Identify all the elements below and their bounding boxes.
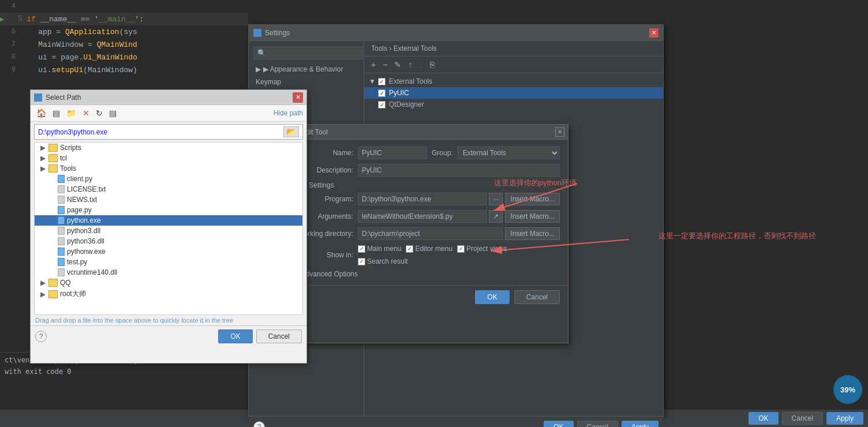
settings-close-button[interactable]: ✕ <box>649 28 659 38</box>
tree-item-test[interactable]: test.py <box>35 257 302 267</box>
arguments-input-group: ↗ Insert Macro... <box>358 210 560 223</box>
pythonw-label: pythonw.exe <box>67 248 106 256</box>
folder-icon <box>48 154 58 162</box>
view-button[interactable]: ▤ <box>50 107 62 119</box>
external-tools-label: External Tools <box>389 77 432 85</box>
settings-apply-button[interactable]: Apply <box>622 421 659 428</box>
description-input[interactable] <box>358 164 560 177</box>
main-menu-option[interactable]: ✓ Main menu <box>358 245 401 253</box>
select-path-help[interactable]: ? <box>35 331 47 342</box>
license-label: LICENSE.txt <box>67 185 106 193</box>
search-result-checkbox[interactable]: ✓ <box>358 258 365 265</box>
tree-item-pythonw[interactable]: pythonw.exe <box>35 246 302 257</box>
pyuic-checkbox[interactable]: ✓ <box>378 89 386 97</box>
qq-label: QQ <box>60 279 71 287</box>
breadcrumb-text: Tools › External Tools <box>371 44 437 53</box>
name-input[interactable] <box>358 147 427 159</box>
bottom-apply-button[interactable]: Apply <box>826 412 863 425</box>
collapse-button[interactable]: ▤ <box>107 107 119 119</box>
description-row: Description: <box>294 164 560 177</box>
tree-item-root[interactable]: ▶ root大师 <box>35 288 302 300</box>
settings-item-appearance[interactable]: ▶ ▶ Appearance & Behavior <box>249 63 364 76</box>
tree-item-python3dll[interactable]: python3.dll <box>35 226 302 236</box>
test-icon <box>58 258 65 266</box>
new-folder-button[interactable]: 📁 <box>64 107 78 119</box>
program-browse-button[interactable]: ··· <box>489 193 503 205</box>
group-select[interactable]: External Tools <box>458 147 560 159</box>
expand-icon: ▶ <box>256 65 261 73</box>
project-views-option[interactable]: ✓ Project views <box>457 245 507 253</box>
code-line-8: 8 ui = page.Ui_MainWindo <box>0 51 248 63</box>
tree-item-page[interactable]: page.py <box>35 205 302 215</box>
program-insert-macro-button[interactable]: Insert Macro... <box>505 193 560 205</box>
main-menu-checkbox[interactable]: ✓ <box>358 245 365 253</box>
python36dll-label: python36.dll <box>67 237 104 245</box>
copy-tool-button[interactable]: ⎘ <box>428 59 437 70</box>
tree-item-tcl[interactable]: ▶ tcl <box>35 153 302 163</box>
settings-cancel-button[interactable]: Cancel <box>577 421 618 428</box>
advanced-options-toggle[interactable]: ▶ Advanced Options <box>294 270 560 278</box>
show-in-row: Show in: ✓ Main menu ✓ Editor menu ✓ Pro… <box>294 245 560 265</box>
arguments-input[interactable] <box>358 210 487 223</box>
breadcrumb: Tools › External Tools <box>364 41 663 57</box>
file-tree[interactable]: ▶ Scripts ▶ tcl ▶ Tools client.py LICENS… <box>34 142 303 315</box>
root-folder-icon <box>48 290 58 298</box>
progress-value: 39% <box>840 385 855 394</box>
file-icon <box>58 196 65 204</box>
editor-menu-checkbox[interactable]: ✓ <box>406 245 413 253</box>
edit-tool-close-button[interactable]: ✕ <box>555 128 564 137</box>
remove-tool-button[interactable]: − <box>380 59 390 70</box>
bottom-cancel-button[interactable]: Cancel <box>782 412 823 425</box>
news-label: NEWS.txt <box>67 196 97 204</box>
path-input[interactable] <box>38 128 283 136</box>
tree-item-client[interactable]: client.py <box>35 174 302 184</box>
qtdesigner-row[interactable]: ✓ QtDesigner <box>364 99 663 110</box>
select-path-footer: ? OK Cancel <box>31 325 306 347</box>
tree-item-python-exe[interactable]: python.exe <box>35 215 302 226</box>
move-down-button[interactable]: ↓ <box>417 59 425 70</box>
working-dir-insert-macro-button[interactable]: Insert Macro... <box>505 227 560 240</box>
settings-item-keymap[interactable]: Keymap <box>249 76 364 88</box>
hide-path-link[interactable]: Hide path <box>274 109 303 117</box>
bottom-ok-button[interactable]: OK <box>749 412 778 425</box>
edit-tool-cancel-button[interactable]: Cancel <box>514 290 560 304</box>
tree-item-python36dll[interactable]: python36.dll <box>35 236 302 246</box>
edit-tool-title: Edit Tool <box>301 128 555 136</box>
move-up-button[interactable]: ↑ <box>406 59 414 70</box>
select-path-cancel-button[interactable]: Cancel <box>256 329 302 343</box>
external-tools-checkbox[interactable]: ✓ <box>378 78 386 85</box>
add-tool-button[interactable]: + <box>369 59 378 70</box>
edit-tool-button[interactable]: ✎ <box>392 59 403 70</box>
tree-item-license[interactable]: LICENSE.txt <box>35 184 302 194</box>
settings-footer: ? OK Cancel Apply <box>249 416 663 427</box>
arguments-insert-macro-button[interactable]: Insert Macro... <box>505 210 560 223</box>
project-views-checkbox[interactable]: ✓ <box>457 245 465 253</box>
tree-item-news[interactable]: NEWS.txt <box>35 194 302 205</box>
settings-help-button[interactable]: ? <box>253 421 265 428</box>
tree-item-vcruntime[interactable]: vcruntime140.dll <box>35 267 302 278</box>
tree-item-qq[interactable]: ▶ QQ <box>35 278 302 288</box>
select-path-ok-button[interactable]: OK <box>218 329 252 343</box>
edit-tool-buttons: OK Cancel <box>475 290 560 304</box>
code-line-9: 9 ui.setupUi(MainWindow) <box>0 63 248 76</box>
edit-tool-ok-button[interactable]: OK <box>475 290 509 304</box>
settings-ok-button[interactable]: OK <box>544 421 573 428</box>
vcruntime-label: vcruntime140.dll <box>67 268 117 276</box>
qtdesigner-checkbox[interactable]: ✓ <box>378 101 386 108</box>
delete-button[interactable]: ✕ <box>80 107 92 119</box>
settings-search-input[interactable] <box>253 47 363 59</box>
search-result-option[interactable]: ✓ Search result <box>358 257 408 265</box>
pyuic-row[interactable]: ✓ PyUIC <box>364 87 663 99</box>
working-dir-input[interactable] <box>358 227 503 240</box>
editor-menu-option[interactable]: ✓ Editor menu <box>406 245 452 253</box>
tree-item-scripts[interactable]: ▶ Scripts <box>35 143 302 153</box>
home-button[interactable]: 🏠 <box>34 107 48 119</box>
refresh-button[interactable]: ↻ <box>93 107 105 119</box>
arguments-browse-button[interactable]: ↗ <box>489 210 503 223</box>
browse-button[interactable]: 📂 <box>283 126 299 137</box>
file-icon <box>58 185 65 193</box>
select-path-buttons: OK Cancel <box>218 329 302 343</box>
select-path-close-button[interactable]: ✕ <box>293 92 303 103</box>
tree-item-tools[interactable]: ▶ Tools <box>35 163 302 174</box>
program-input[interactable] <box>358 193 487 205</box>
